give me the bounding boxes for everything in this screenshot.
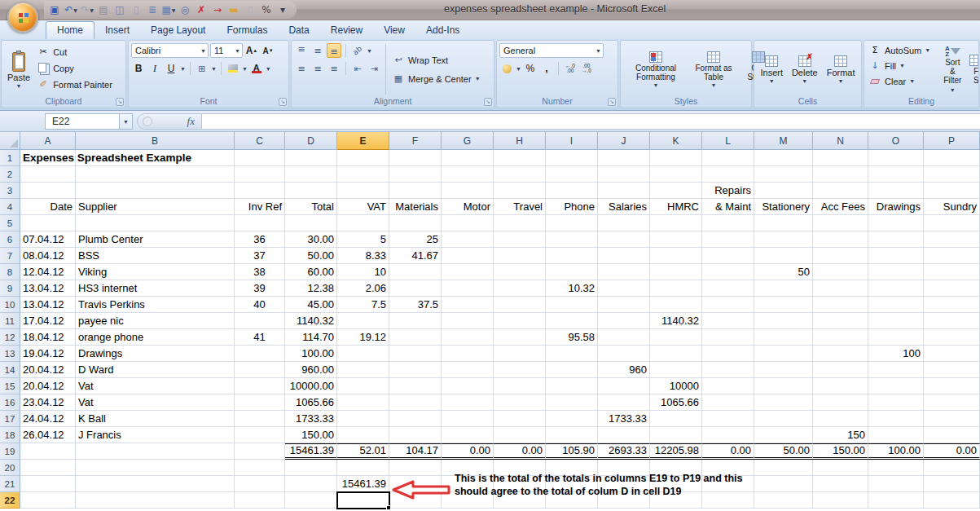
save-icon[interactable]: ▣ <box>47 2 62 17</box>
wrap-text-button[interactable]: ↩Wrap Text <box>390 53 482 67</box>
cell-P15[interactable] <box>924 378 980 394</box>
cell-K3[interactable] <box>650 183 702 199</box>
cell-M8[interactable]: 50 <box>754 264 813 280</box>
cell-L9[interactable] <box>702 280 754 297</box>
cell-D9[interactable]: 12.38 <box>285 280 337 297</box>
cell-I4[interactable]: Phone <box>546 199 598 215</box>
cell-L18[interactable] <box>702 427 754 443</box>
cell-N10[interactable] <box>813 297 868 313</box>
tab-home[interactable]: Home <box>46 21 94 39</box>
cell-E9[interactable]: 2.06 <box>337 280 389 297</box>
cell-H12[interactable] <box>494 329 546 346</box>
column-header-N[interactable]: N <box>813 132 868 150</box>
cell-B22[interactable] <box>76 492 235 509</box>
cell-G10[interactable] <box>442 297 494 313</box>
cell-L10[interactable] <box>702 297 754 313</box>
qat-customize-icon[interactable]: ▾ <box>275 2 290 17</box>
cell-E12[interactable]: 19.12 <box>337 329 389 346</box>
cell-C21[interactable] <box>235 476 285 492</box>
cell-O22[interactable] <box>868 492 924 509</box>
cell-J10[interactable] <box>598 297 650 313</box>
tab-page-layout[interactable]: Page Layout <box>140 22 216 39</box>
cell-A19[interactable] <box>20 443 76 460</box>
cell-H4[interactable]: Travel <box>494 199 546 215</box>
cell-C11[interactable] <box>235 313 285 329</box>
cell-G12[interactable] <box>442 329 494 346</box>
increase-decimal-button[interactable]: ←.0.00 <box>563 61 578 76</box>
cell-E21[interactable]: 15461.39 <box>337 476 389 492</box>
cell-N1[interactable] <box>813 150 868 166</box>
cell-E15[interactable] <box>337 378 389 394</box>
column-header-H[interactable]: H <box>494 132 546 150</box>
cell-H14[interactable] <box>494 362 546 378</box>
row-header-4[interactable]: 4 <box>0 199 20 215</box>
cell-A8[interactable]: 12.04.12 <box>20 264 76 280</box>
cell-K11[interactable]: 1140.32 <box>650 313 702 329</box>
column-header-G[interactable]: G <box>442 132 494 150</box>
font-color-button[interactable]: A <box>249 61 264 76</box>
row-header-10[interactable]: 10 <box>0 297 20 313</box>
cell-C6[interactable]: 36 <box>235 231 285 248</box>
cell-K18[interactable] <box>650 427 702 443</box>
cell-K4[interactable]: HMRC <box>650 199 702 215</box>
cell-L3[interactable]: Repairs <box>702 183 754 199</box>
cell-D17[interactable]: 1733.33 <box>285 411 337 427</box>
cell-L16[interactable] <box>702 394 754 411</box>
cell-M18[interactable] <box>754 427 813 443</box>
cell-J2[interactable] <box>598 166 650 183</box>
cell-F16[interactable] <box>389 394 442 411</box>
cell-G13[interactable] <box>442 346 494 362</box>
merge-center-button[interactable]: ▦Merge & Center▼ <box>390 72 482 86</box>
cell-A15[interactable]: 20.04.12 <box>20 378 76 394</box>
cell-M17[interactable] <box>754 411 813 427</box>
cell-L8[interactable] <box>702 264 754 280</box>
cell-H17[interactable] <box>494 411 546 427</box>
italic-button[interactable]: I <box>147 61 162 76</box>
row-header-11[interactable]: 11 <box>0 313 20 329</box>
column-header-P[interactable]: P <box>924 132 980 150</box>
cell-A18[interactable]: 26.04.12 <box>20 427 76 443</box>
cell-F1[interactable] <box>389 150 442 166</box>
cell-O8[interactable] <box>868 264 924 280</box>
cell-B17[interactable]: K Ball <box>76 411 235 427</box>
cell-H9[interactable] <box>494 280 546 297</box>
cell-N6[interactable] <box>813 231 868 248</box>
cell-D4[interactable]: Total <box>285 199 337 215</box>
cell-G6[interactable] <box>442 231 494 248</box>
cell-I2[interactable] <box>546 166 598 183</box>
cell-B21[interactable] <box>76 476 235 492</box>
row-header-17[interactable]: 17 <box>0 411 20 427</box>
undo-icon[interactable]: ↶▼ <box>64 2 78 17</box>
cell-A14[interactable]: 20.04.12 <box>20 362 76 378</box>
cell-C7[interactable]: 37 <box>235 248 285 264</box>
cell-B14[interactable]: D Ward <box>76 362 235 378</box>
percent-style-button[interactable]: % <box>523 61 538 76</box>
cell-L5[interactable] <box>702 215 754 231</box>
cell-G11[interactable] <box>442 313 494 329</box>
cell-O12[interactable] <box>868 329 924 346</box>
cell-N15[interactable] <box>813 378 868 394</box>
cell-C20[interactable] <box>235 460 285 476</box>
cell-J12[interactable] <box>598 329 650 346</box>
cell-L7[interactable] <box>702 248 754 264</box>
cell-F8[interactable] <box>389 264 442 280</box>
cell-J18[interactable] <box>598 427 650 443</box>
column-header-F[interactable]: F <box>389 132 442 150</box>
sort-filter-button[interactable]: AZ Sort &Filter ▼ <box>940 43 965 95</box>
format-as-table-button[interactable]: Format as Table▼ <box>690 43 737 95</box>
decrease-decimal-button[interactable]: .00→.0 <box>579 61 594 76</box>
cell-H15[interactable] <box>494 378 546 394</box>
cell-E20[interactable] <box>337 460 389 476</box>
cell-N13[interactable] <box>813 346 868 362</box>
row-header-9[interactable]: 9 <box>0 280 20 297</box>
cell-D22[interactable] <box>285 492 337 509</box>
cell-O21[interactable] <box>868 476 924 492</box>
cell-N17[interactable] <box>813 411 868 427</box>
cell-L1[interactable] <box>702 150 754 166</box>
tab-insert[interactable]: Insert <box>94 22 140 39</box>
cell-M7[interactable] <box>754 248 813 264</box>
cell-K15[interactable]: 10000 <box>650 378 702 394</box>
cell-L13[interactable] <box>702 346 754 362</box>
cell-D7[interactable]: 50.00 <box>285 248 337 264</box>
cell-O19[interactable]: 100.00 <box>868 443 924 460</box>
